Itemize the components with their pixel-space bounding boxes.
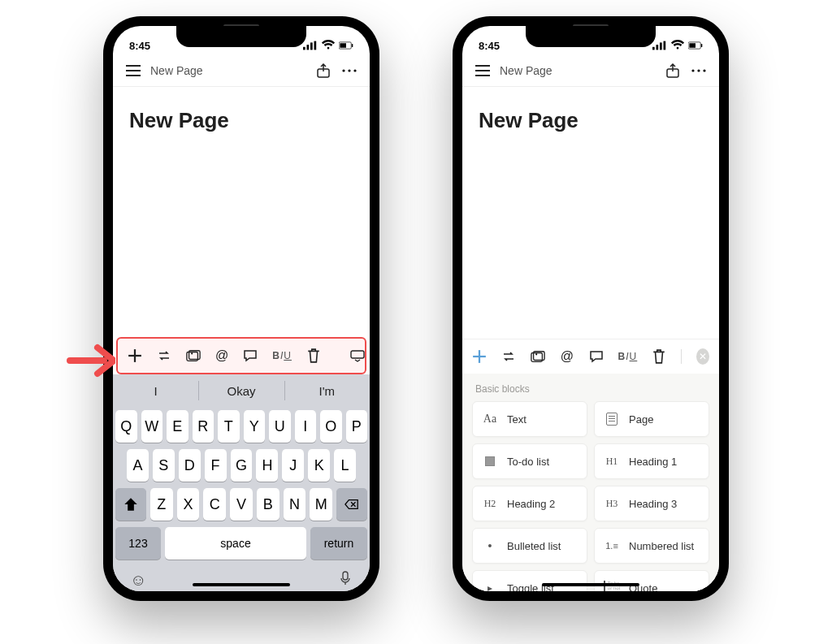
block-item-to-do-list[interactable]: To-do list xyxy=(472,443,587,479)
mention-icon[interactable]: @ xyxy=(560,348,574,365)
key-j[interactable]: J xyxy=(282,449,304,482)
image-icon[interactable] xyxy=(531,348,545,365)
block-item-toggle-list[interactable]: Toggle list xyxy=(472,570,587,591)
key-r[interactable]: R xyxy=(193,410,214,443)
block-item-quote[interactable]: To beor notto beQuote xyxy=(594,570,709,591)
aa-icon: Aa xyxy=(481,410,499,428)
key-a[interactable]: A xyxy=(127,449,149,482)
svg-point-11 xyxy=(342,69,344,71)
page-icon xyxy=(603,410,621,428)
signal-icon xyxy=(652,38,667,53)
suggestion-1[interactable]: I xyxy=(113,374,198,407)
block-item-label: To-do list xyxy=(507,456,549,468)
block-item-page[interactable]: Page xyxy=(594,401,709,437)
comment-icon[interactable] xyxy=(243,347,258,365)
more-icon[interactable] xyxy=(690,62,708,80)
shift-key[interactable] xyxy=(115,488,146,521)
turn-into-icon[interactable] xyxy=(157,347,171,365)
block-item-heading-2[interactable]: H2Heading 2 xyxy=(472,486,587,521)
key-u[interactable]: U xyxy=(269,410,291,443)
close-panel-icon[interactable]: ✕ xyxy=(696,348,709,365)
key-s[interactable]: S xyxy=(153,449,175,482)
key-l[interactable]: L xyxy=(334,449,356,482)
mention-icon[interactable]: @ xyxy=(215,347,228,365)
block-item-text[interactable]: AaText xyxy=(472,401,587,437)
svg-rect-21 xyxy=(652,47,655,50)
key-w[interactable]: W xyxy=(141,410,163,443)
home-indicator[interactable] xyxy=(193,583,290,586)
turn-into-icon[interactable] xyxy=(501,348,516,365)
key-o[interactable]: O xyxy=(320,410,342,443)
key-p[interactable]: P xyxy=(346,410,368,443)
suggestion-2[interactable]: Okay xyxy=(198,374,284,407)
app-header: New Page xyxy=(462,57,719,87)
key-d[interactable]: D xyxy=(179,449,201,482)
key-z[interactable]: Z xyxy=(150,488,173,521)
keyboard-suggestions: I Okay I'm xyxy=(113,374,370,407)
key-h[interactable]: H xyxy=(256,449,278,482)
signal-icon xyxy=(303,38,318,53)
key-g[interactable]: G xyxy=(231,449,253,482)
key-b[interactable]: B xyxy=(257,488,280,521)
svg-rect-26 xyxy=(689,43,696,48)
return-key[interactable]: return xyxy=(310,527,367,560)
block-item-label: Heading 2 xyxy=(507,498,555,510)
key-q[interactable]: Q xyxy=(115,410,137,443)
svg-rect-19 xyxy=(351,351,364,358)
svg-rect-3 xyxy=(314,41,317,50)
trash-icon[interactable] xyxy=(652,348,666,365)
more-icon[interactable] xyxy=(340,62,358,80)
numbers-key[interactable]: 123 xyxy=(115,527,161,560)
svg-rect-22 xyxy=(656,45,659,50)
page-title[interactable]: New Page xyxy=(479,108,703,133)
svg-point-33 xyxy=(697,69,700,71)
h1-icon: H1 xyxy=(603,452,621,470)
svg-rect-0 xyxy=(303,47,306,50)
key-e[interactable]: E xyxy=(167,410,188,443)
editor-toolbar: @ BIU ✕ xyxy=(462,339,719,374)
wifi-icon xyxy=(321,38,336,53)
text-style-icon[interactable]: BIU xyxy=(272,350,292,361)
emoji-key[interactable]: ☺ xyxy=(130,571,146,590)
svg-point-13 xyxy=(353,69,356,71)
menu-icon[interactable] xyxy=(474,62,492,80)
block-item-numbered-list[interactable]: 1.≡Numbered list xyxy=(594,528,709,564)
dismiss-keyboard-icon[interactable] xyxy=(350,347,365,365)
block-item-label: Bulleted list xyxy=(507,540,561,552)
image-icon[interactable] xyxy=(186,347,201,365)
dictation-key[interactable] xyxy=(338,571,353,590)
share-icon[interactable] xyxy=(314,62,332,80)
comment-icon[interactable] xyxy=(589,348,604,365)
block-item-label: Text xyxy=(507,413,526,426)
home-indicator[interactable] xyxy=(542,583,639,586)
block-item-heading-1[interactable]: H1Heading 1 xyxy=(594,443,709,479)
key-k[interactable]: K xyxy=(308,449,330,482)
key-m[interactable]: M xyxy=(310,488,332,521)
share-icon[interactable] xyxy=(664,62,682,80)
wifi-icon xyxy=(670,38,685,53)
app-header: New Page xyxy=(113,57,370,87)
add-block-icon[interactable] xyxy=(128,347,142,365)
key-n[interactable]: N xyxy=(284,488,306,521)
block-item-heading-3[interactable]: H3Heading 3 xyxy=(594,486,709,521)
delete-key[interactable] xyxy=(336,488,367,521)
page-content[interactable]: New Page xyxy=(462,87,719,339)
key-i[interactable]: I xyxy=(295,410,317,443)
key-c[interactable]: C xyxy=(203,488,226,521)
suggestion-3[interactable]: I'm xyxy=(284,374,370,407)
trash-icon[interactable] xyxy=(306,347,321,365)
key-t[interactable]: T xyxy=(218,410,240,443)
block-item-label: Heading 3 xyxy=(629,498,677,510)
menu-icon[interactable] xyxy=(124,62,142,80)
key-v[interactable]: V xyxy=(230,488,253,521)
space-key[interactable]: space xyxy=(165,527,306,560)
key-f[interactable]: F xyxy=(205,449,227,482)
block-item-bulleted-list[interactable]: Bulleted list xyxy=(472,528,587,564)
key-x[interactable]: X xyxy=(177,488,200,521)
add-block-icon[interactable] xyxy=(472,348,487,365)
page-title[interactable]: New Page xyxy=(129,108,353,133)
text-style-icon[interactable]: BIU xyxy=(618,351,638,362)
page-content[interactable]: New Page xyxy=(113,87,370,337)
key-y[interactable]: Y xyxy=(244,410,266,443)
todo-icon xyxy=(481,452,499,470)
